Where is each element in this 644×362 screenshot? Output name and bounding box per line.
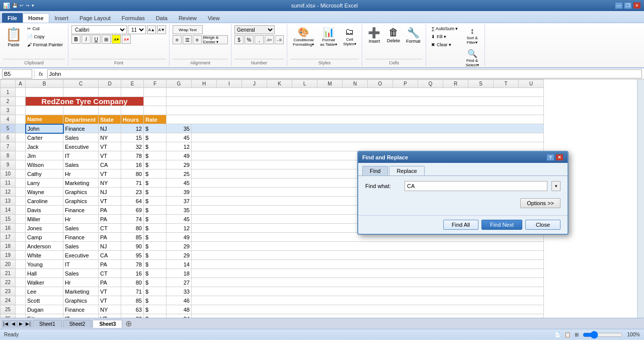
clear-button[interactable]: ✖ Clear ▾	[429, 41, 460, 48]
cell-b12[interactable]: Wayne	[26, 188, 63, 197]
decrease-font-button[interactable]: A▼	[157, 25, 166, 34]
cell-a10[interactable]	[16, 169, 26, 178]
cell-rest-6[interactable]	[192, 133, 544, 142]
cell-g22[interactable]: 27	[167, 278, 192, 287]
quick-redo-icon[interactable]: ↪	[26, 3, 30, 8]
cell-b7[interactable]: Jack	[26, 142, 63, 151]
cell-e7[interactable]: 32	[121, 142, 144, 151]
col-header-h[interactable]: H	[192, 80, 217, 88]
cell-e8[interactable]: 78	[121, 151, 144, 160]
increase-decimal-button[interactable]: .0+	[265, 35, 274, 44]
cell-f9[interactable]: $	[144, 160, 167, 169]
col-header-e[interactable]: E	[121, 80, 144, 88]
cell-e19[interactable]: 95	[121, 251, 144, 260]
cell-reference-box[interactable]: B5	[2, 69, 32, 78]
sheet-tab-sheet3[interactable]: Sheet3	[93, 320, 122, 328]
cell-g12[interactable]: 39	[167, 188, 192, 197]
dialog-help-button[interactable]: ?	[546, 154, 554, 161]
cell-g23[interactable]: 33	[167, 287, 192, 296]
cell-b20[interactable]: Young	[26, 260, 63, 269]
cell-a22[interactable]	[16, 278, 26, 287]
cell-c18[interactable]: Sales	[63, 242, 99, 251]
cell-b24[interactable]: Scott	[26, 296, 63, 305]
format-as-table-button[interactable]: 📊 Formatas Table▾	[317, 25, 340, 48]
col-header-l[interactable]: L	[292, 80, 317, 88]
fill-button[interactable]: ⬇ Fill ▾	[429, 33, 460, 40]
cell-g18[interactable]: 29	[167, 242, 192, 251]
italic-button[interactable]: I	[82, 35, 91, 44]
cell-c9[interactable]: Sales	[63, 160, 99, 169]
copy-button[interactable]: 📄 Copy	[25, 33, 65, 40]
cell-b10[interactable]: Cathy	[26, 169, 63, 178]
cell-d4-state[interactable]: State	[99, 115, 121, 124]
cell-e15[interactable]: 74	[121, 215, 144, 224]
find-what-dropdown[interactable]: ▾	[551, 181, 560, 191]
cell-f22[interactable]: $	[144, 278, 167, 287]
cell-a19[interactable]	[16, 251, 26, 260]
cell-d23[interactable]: VT	[99, 287, 121, 296]
cell-a18[interactable]	[16, 242, 26, 251]
cell-rest-20[interactable]	[192, 260, 544, 269]
cell-f25[interactable]: $	[144, 305, 167, 314]
cell-a17[interactable]	[16, 233, 26, 242]
cell-a25[interactable]	[16, 305, 26, 314]
cell-d12[interactable]: NJ	[99, 188, 121, 197]
cell-d19[interactable]: CA	[99, 251, 121, 260]
find-what-input[interactable]	[405, 181, 547, 191]
cell-g17[interactable]: 49	[167, 233, 192, 242]
cell-a13[interactable]	[16, 197, 26, 206]
cell-a1[interactable]	[16, 88, 26, 97]
cell-rest-2[interactable]	[167, 97, 544, 106]
col-header-o[interactable]: O	[368, 80, 393, 88]
cell-g10[interactable]: 25	[167, 169, 192, 178]
insert-button[interactable]: ➕ Insert	[365, 25, 383, 45]
cell-b15[interactable]: Miller	[26, 215, 63, 224]
cell-c23[interactable]: Marketing	[63, 287, 99, 296]
cell-rest-22[interactable]	[192, 278, 544, 287]
cell-c14[interactable]: Finance	[63, 206, 99, 215]
cell-d13[interactable]: VT	[99, 197, 121, 206]
cell-d20[interactable]: PA	[99, 260, 121, 269]
cell-c4-dept[interactable]: Department	[63, 115, 99, 124]
cell-e14[interactable]: 69	[121, 206, 144, 215]
align-left-button[interactable]: ≡	[173, 35, 182, 44]
col-header-g[interactable]: G	[167, 80, 192, 88]
sheet-nav-next[interactable]: ▶	[17, 320, 24, 327]
cell-d8[interactable]: VT	[99, 151, 121, 160]
dialog-close-button[interactable]: Close	[525, 220, 560, 230]
cell-b2[interactable]: RedZone Tyre Company	[26, 97, 144, 106]
cell-f12[interactable]: $	[144, 188, 167, 197]
cell-a5[interactable]	[16, 124, 26, 133]
cell-b9[interactable]: Wilson	[26, 160, 63, 169]
cell-c24[interactable]: Graphics	[63, 296, 99, 305]
col-header-t[interactable]: T	[494, 80, 519, 88]
find-all-button[interactable]: Find All	[443, 220, 478, 230]
number-format-select[interactable]: General	[234, 25, 275, 34]
font-color-button[interactable]: A▾	[122, 35, 131, 44]
cell-d11[interactable]: NY	[99, 178, 121, 188]
cell-c19[interactable]: Executive	[63, 251, 99, 260]
cell-f6[interactable]: $	[144, 133, 167, 142]
tab-review[interactable]: Review	[173, 13, 202, 23]
cell-f14[interactable]: $	[144, 206, 167, 215]
cell-rest-24[interactable]	[192, 296, 544, 305]
tab-insert[interactable]: Insert	[49, 13, 74, 23]
cell-g15[interactable]: 45	[167, 215, 192, 224]
cell-b16[interactable]: Jones	[26, 224, 63, 233]
cell-b14[interactable]: Davis	[26, 206, 63, 215]
cell-b21[interactable]: Hall	[26, 269, 63, 278]
cell-rest-18[interactable]	[192, 242, 544, 251]
cell-b1[interactable]	[26, 88, 63, 97]
cell-c6[interactable]: Sales	[63, 133, 99, 142]
paste-button[interactable]: 📋 Paste	[3, 25, 24, 49]
cell-a2[interactable]	[16, 97, 26, 106]
cell-c7[interactable]: Executive	[63, 142, 99, 151]
col-header-d[interactable]: D	[99, 80, 121, 88]
cell-b23[interactable]: Lee	[26, 287, 63, 296]
cell-e4-hours[interactable]: Hours	[121, 115, 144, 124]
cell-rest-5[interactable]	[192, 124, 544, 133]
minimize-button[interactable]: —	[615, 2, 623, 9]
cell-g13[interactable]: 37	[167, 197, 192, 206]
cell-c16[interactable]: Sales	[63, 224, 99, 233]
cell-e1[interactable]	[121, 88, 144, 97]
